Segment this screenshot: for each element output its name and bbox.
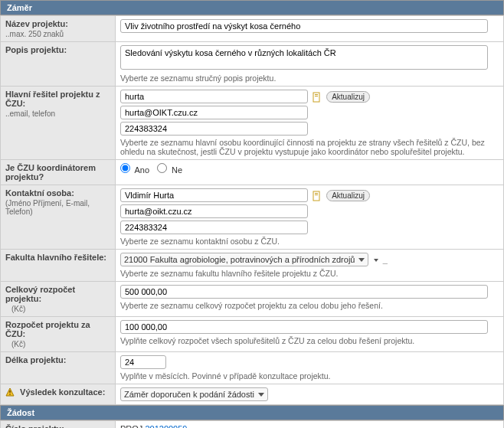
rozpocet-czu-hint: Vyplňte celkový rozpočet všech spoluřeši…: [120, 336, 499, 345]
svg-rect-8: [9, 394, 10, 394]
label-nazev-text: Název projektu:: [5, 19, 68, 28]
popis-hint: Vyberte ze seznamu stručný popis projekt…: [120, 74, 499, 83]
svg-rect-4: [315, 193, 318, 194]
resitel-email-input[interactable]: [120, 106, 308, 119]
fakulta-hint: Vyberte ze seznamu fakultu hlavního řeši…: [120, 269, 499, 278]
radio-ne-wrap[interactable]: Ne: [157, 163, 182, 175]
warning-icon: [5, 387, 15, 398]
label-rozpocet-czu-kc: (Kč): [5, 340, 110, 348]
resitel-tel-input[interactable]: [120, 122, 308, 136]
chevron-down-icon-2: [258, 393, 264, 397]
kontakt-tel-input[interactable]: [120, 221, 308, 234]
label-resitel-sub: ..email, telefon: [5, 109, 110, 118]
label-fakulta: Fakulta hlavního řešitele:: [1, 250, 116, 282]
label-kontakt-text: Kontaktní osoba:: [5, 188, 74, 198]
nazev-input[interactable]: [120, 19, 488, 33]
section-zadost-header: Žádost: [0, 405, 504, 420]
celkovy-input[interactable]: [120, 285, 488, 299]
kontakt-name-input[interactable]: [120, 188, 308, 202]
radio-ano-wrap[interactable]: Ano: [120, 163, 149, 175]
label-popis: Popis projektu:: [1, 42, 116, 87]
label-cislo-text: Číslo projektu:: [5, 424, 64, 428]
label-vysledek-text: Výsledek konzultace:: [20, 387, 105, 397]
aktualizuj-button-2[interactable]: Aktualizuj: [326, 190, 370, 201]
fakulta-dropdown[interactable]: 21000 Fakulta agrobiologie, potravinovýc…: [120, 253, 368, 266]
label-resitel-text: Hlavní řešitel projektu z ČZU:: [5, 90, 100, 108]
label-cislo: Číslo projektu:: [1, 421, 116, 429]
svg-rect-5: [315, 194, 318, 195]
label-nazev-sub: ..max. 250 znaků: [5, 30, 110, 38]
label-vysledek: Výsledek konzultace:: [1, 384, 116, 405]
cislo-link[interactable]: 201200059: [145, 424, 187, 428]
chevron-down-icon-ext[interactable]: [374, 259, 378, 262]
label-koordinator-text: Je ČZU koordinátorem projektu?: [5, 163, 96, 181]
zamer-table: Název projektu: ..max. 250 znaků Popis p…: [0, 15, 504, 405]
label-nazev: Název projektu: ..max. 250 znaků: [1, 16, 116, 42]
aktualizuj-button-1[interactable]: Aktualizuj: [326, 91, 370, 103]
svg-rect-3: [313, 191, 319, 201]
doc-icon[interactable]: [313, 92, 322, 103]
label-celkovy: Celkový rozpočet projektu: (Kč): [1, 282, 116, 317]
vysledek-dropdown[interactable]: Záměr doporučen k podání žádosti: [120, 387, 268, 401]
rozpocet-czu-input[interactable]: [120, 320, 488, 334]
label-delka-text: Délka projektu:: [5, 355, 66, 364]
label-celkovy-kc: (Kč): [5, 305, 110, 313]
label-delka: Délka projektu:: [1, 352, 116, 384]
svg-rect-7: [9, 390, 10, 393]
section-zamer-header: Záměr: [0, 0, 504, 15]
label-popis-text: Popis projektu:: [5, 45, 67, 54]
label-koordinator: Je ČZU koordinátorem projektu?: [1, 160, 116, 185]
delka-hint: Vyplňte v měsících. Povinné v případě ko…: [120, 371, 499, 381]
zadost-table: Číslo projektu: PROJ 201200059 Doba řeše…: [0, 420, 504, 428]
svg-rect-1: [315, 94, 318, 95]
kontakt-hint: Vyberte ze seznamu kontaktní osobu z ČZU…: [120, 237, 499, 246]
label-kontakt: Kontaktní osoba: (Jméno Příjmení, E-mail…: [1, 185, 116, 250]
label-rozpocet-czu: Rozpočet projektu za ČZU: (Kč): [1, 317, 116, 352]
doc-icon-2[interactable]: [313, 191, 322, 201]
radio-ne[interactable]: [157, 163, 167, 173]
fakulta-value: 21000 Fakulta agrobiologie, potravinovýc…: [124, 255, 355, 264]
label-rozpocet-czu-text: Rozpočet projektu za ČZU:: [5, 320, 90, 338]
svg-rect-2: [315, 96, 318, 96]
label-fakulta-text: Fakulta hlavního řešitele:: [5, 253, 106, 262]
svg-rect-0: [313, 93, 319, 102]
radio-ano[interactable]: [120, 163, 130, 173]
label-celkovy-text: Celkový rozpočet projektu:: [5, 285, 75, 303]
reset-link[interactable]: _: [381, 255, 388, 264]
radio-ne-label: Ne: [172, 165, 182, 175]
resitel-hint: Vyberte ze seznamu hlavní osobu koordinu…: [120, 138, 499, 156]
celkovy-hint: Vyberte ze seznamu celkový rozpočet proj…: [120, 301, 499, 310]
kontakt-email-input[interactable]: [120, 204, 308, 218]
chevron-down-icon: [358, 258, 365, 262]
delka-input[interactable]: [120, 355, 166, 369]
resitel-name-input[interactable]: [120, 90, 308, 103]
label-resitel: Hlavní řešitel projektu z ČZU: ..email, …: [1, 87, 116, 160]
popis-textarea[interactable]: Sledování výskytu kosa černého v různých…: [120, 45, 488, 70]
label-kontakt-sub: (Jméno Příjmení, E-mail, Telefon): [5, 199, 110, 216]
vysledek-value: Záměr doporučen k podání žádosti: [124, 390, 254, 399]
cislo-prefix: PROJ: [120, 424, 145, 428]
radio-ano-label: Ano: [134, 165, 149, 175]
